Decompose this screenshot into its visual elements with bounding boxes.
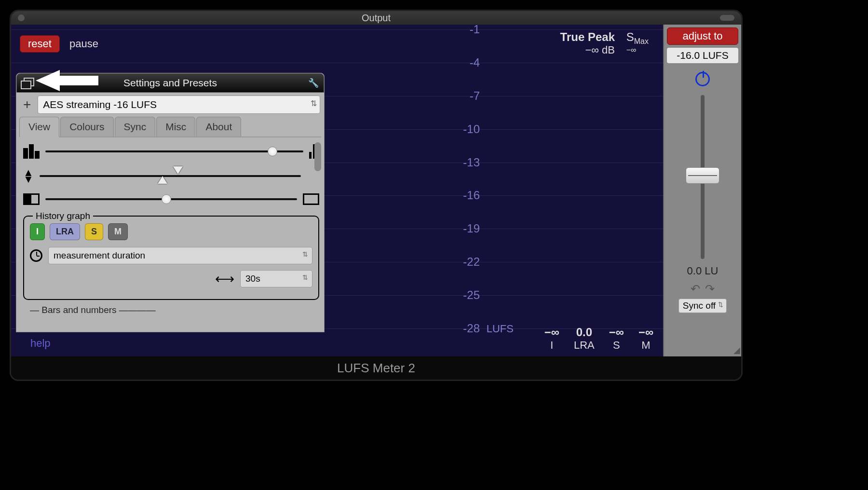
gain-readout: 0.0 LU <box>687 265 719 277</box>
full-rect-icon <box>303 193 319 205</box>
history-graph-group: History graph I LRA S M measurement dura… <box>23 216 319 300</box>
m-value: −∞ <box>638 326 653 339</box>
scale-tick: -4 <box>470 56 480 69</box>
gridline <box>11 63 663 63</box>
range-slider[interactable]: ▲▼ <box>23 169 319 183</box>
scale-tick: -7 <box>470 89 480 103</box>
sync-select[interactable]: Sync off <box>678 299 727 313</box>
vertical-arrows-icon: ▲▼ <box>23 169 34 183</box>
resize-grip-icon[interactable]: ◢ <box>733 345 740 355</box>
scale-tick: -13 <box>463 156 480 169</box>
adjust-to-button[interactable]: adjust to <box>667 27 738 45</box>
popout-icon[interactable] <box>21 78 34 88</box>
scale-tick: -25 <box>463 288 480 302</box>
reset-button[interactable]: reset <box>20 35 60 53</box>
true-peak-label: True Peak <box>560 30 615 44</box>
scale-tick: -28 <box>463 322 480 335</box>
target-value[interactable]: -16.0 LUFS <box>667 48 738 63</box>
scale-tick: -22 <box>463 255 480 269</box>
meter-area: -1-4-7-10-13-16-19-22-25-28 reset pause … <box>11 25 663 356</box>
lufs-label: LUFS <box>487 323 514 335</box>
top-toolbar: reset pause <box>20 35 98 53</box>
smax-value: −∞ <box>626 46 649 54</box>
scale-tick: -19 <box>463 222 480 235</box>
window-control-dot[interactable] <box>18 14 25 21</box>
true-peak-value: −∞ dB <box>560 44 615 56</box>
wrench-icon[interactable]: 🔧 <box>308 78 319 88</box>
bar-width-slider[interactable] <box>23 144 319 159</box>
scale-tick: -16 <box>463 189 480 202</box>
plugin-window: Output -1-4-7-10-13-16-19-22-25-28 reset… <box>10 10 743 381</box>
half-rect-icon <box>23 193 40 205</box>
smax-readout: SMax −∞ <box>626 30 649 54</box>
bars-numbers-group-label: — Bars and numbers ———— <box>23 305 319 315</box>
gain-fader[interactable] <box>701 95 705 259</box>
history-i-button[interactable]: I <box>30 223 45 240</box>
history-s-button[interactable]: S <box>85 223 103 240</box>
redo-icon[interactable]: ↷ <box>705 282 715 296</box>
aspect-slider[interactable] <box>23 193 319 205</box>
tab-view[interactable]: View <box>19 117 59 137</box>
help-link[interactable]: help <box>30 337 51 350</box>
side-panel: adjust to -16.0 LUFS 0.0 LU ↶ ↷ Sync off… <box>663 25 741 356</box>
undo-redo: ↶ ↷ <box>691 282 715 296</box>
wide-bars-icon <box>23 144 40 159</box>
true-peak-readout: True Peak −∞ dB <box>560 30 615 56</box>
window-title: Output <box>362 13 391 24</box>
history-lra-button[interactable]: LRA <box>50 223 80 240</box>
clock-icon <box>30 249 42 262</box>
settings-tabs: View Colours Sync Misc About <box>19 117 321 137</box>
bottom-readouts: −∞I 0.0LRA −∞S −∞M <box>544 326 653 352</box>
app-body: -1-4-7-10-13-16-19-22-25-28 reset pause … <box>11 25 741 356</box>
settings-panel: Settings and Presets 🔧 + AES streaming -… <box>16 73 325 332</box>
app-footer: LUFS Meter 2 <box>11 356 741 380</box>
scrollbar-thumb[interactable] <box>314 142 321 171</box>
tab-about[interactable]: About <box>196 117 241 136</box>
settings-panel-header[interactable]: Settings and Presets 🔧 <box>16 73 324 93</box>
window-control-pill[interactable] <box>720 15 734 21</box>
i-value: −∞ <box>544 326 559 339</box>
tab-misc[interactable]: Misc <box>156 117 195 136</box>
history-m-button[interactable]: M <box>108 223 128 240</box>
tab-body-view: ▲▼ History graph I LRA <box>16 137 324 320</box>
scale-tick: -10 <box>463 122 480 136</box>
gridline <box>11 29 663 30</box>
scale-tick: -1 <box>470 25 480 36</box>
h-arrows-icon: ⟷ <box>215 271 234 287</box>
titlebar: Output <box>11 11 741 25</box>
power-icon[interactable] <box>695 72 710 86</box>
undo-icon[interactable]: ↶ <box>691 282 700 296</box>
preset-select[interactable]: AES streaming -16 LUFS <box>38 95 320 114</box>
add-preset-button[interactable]: + <box>20 97 34 112</box>
lra-value: 0.0 <box>574 326 595 339</box>
duration-value-select[interactable]: 30s <box>240 270 312 287</box>
pause-button[interactable]: pause <box>69 38 98 50</box>
s-value: −∞ <box>609 326 624 339</box>
tab-sync[interactable]: Sync <box>115 117 156 136</box>
duration-mode-select[interactable]: measurement duration <box>48 247 312 264</box>
tab-colours[interactable]: Colours <box>60 117 113 136</box>
fader-knob[interactable] <box>686 167 719 184</box>
